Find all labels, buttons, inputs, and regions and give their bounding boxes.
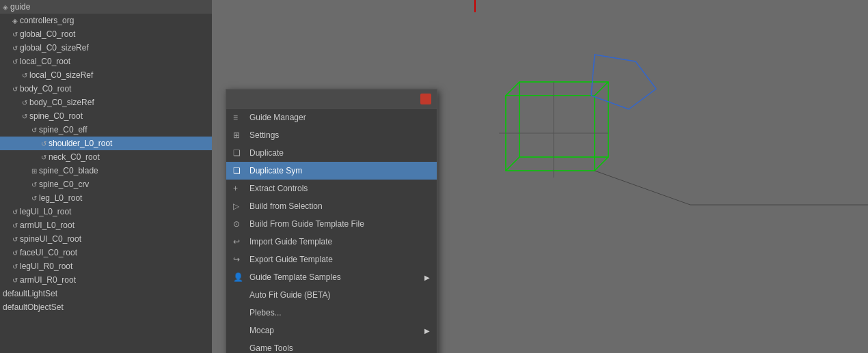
menu-item-label: Mocap bbox=[249, 326, 424, 335]
menu-item-import-guide-template[interactable]: ↩Import Guide Template bbox=[226, 233, 437, 251]
sidebar-item[interactable]: ↺neck_C0_root bbox=[0, 150, 212, 164]
sidebar-item-label: armUI_L0_root bbox=[20, 221, 74, 230]
sidebar-item[interactable]: ↺spine_C0_crv bbox=[0, 178, 212, 191]
tree-icon: ↺ bbox=[12, 31, 18, 38]
sidebar-item[interactable]: ↺spineUI_C0_root bbox=[0, 232, 212, 246]
tree-icon: ↺ bbox=[12, 58, 18, 66]
menu-item-mocap[interactable]: Mocap▶ bbox=[226, 322, 437, 339]
tree-icon: ↺ bbox=[22, 99, 27, 107]
tree-icon: ◈ bbox=[3, 3, 8, 11]
svg-line-5 bbox=[506, 157, 519, 171]
tree-icon: ↺ bbox=[12, 236, 18, 243]
tree-icon: ↺ bbox=[22, 113, 27, 120]
sidebar-item-label: spine_C0_blade bbox=[39, 166, 98, 175]
menu-item-export-guide-template[interactable]: ↪Export Guide Template bbox=[226, 251, 437, 268]
sidebar-item-label: shoulder_L0_root bbox=[49, 139, 112, 148]
menu-item-label: Guide Manager bbox=[249, 113, 430, 122]
sidebar-item[interactable]: ↺global_C0_root bbox=[0, 27, 212, 41]
menu-item-label: Import Guide Template bbox=[249, 237, 430, 246]
sidebar-item-label: legUI_L0_root bbox=[20, 207, 71, 216]
tree-icon: ⊞ bbox=[31, 167, 37, 175]
menu-item-settings[interactable]: ⊞Settings bbox=[226, 126, 437, 144]
sidebar-item[interactable]: defaultObjectSet bbox=[0, 300, 212, 314]
menu-item-label: Plebes... bbox=[249, 308, 430, 317]
menu-item-icon: ❏ bbox=[233, 166, 245, 175]
sidebar-item-label: legUI_R0_root bbox=[20, 262, 72, 271]
menu-item-game-tools[interactable]: Game Tools bbox=[226, 339, 437, 353]
sidebar-item-label: spine_C0_crv bbox=[39, 180, 89, 189]
menu-item-label: Duplicate Sym bbox=[249, 166, 430, 175]
sidebar-item-label: controllers_org bbox=[20, 16, 74, 25]
sidebar-item[interactable]: ↺local_C0_sizeRef bbox=[0, 68, 212, 82]
sidebar-item[interactable]: ↺body_C0_sizeRef bbox=[0, 96, 212, 109]
menu-item-icon: ≡ bbox=[233, 113, 245, 122]
menu-item-label: Build From Guide Template File bbox=[249, 219, 430, 229]
sidebar-item-label: local_C0_root bbox=[20, 57, 70, 66]
tree-icon: ↺ bbox=[12, 85, 18, 93]
tree-icon: ↺ bbox=[12, 208, 18, 216]
menu-item-duplicate-sym[interactable]: ❏Duplicate Sym bbox=[226, 162, 437, 180]
sidebar-item[interactable]: ↺local_C0_root bbox=[0, 55, 212, 68]
sidebar-item[interactable]: defaultLightSet bbox=[0, 287, 212, 300]
sidebar-item[interactable]: ↺legUI_L0_root bbox=[0, 205, 212, 218]
sidebar-item-label: body_C0_sizeRef bbox=[29, 98, 94, 107]
menu-item-label: Guide Template Samples bbox=[249, 272, 424, 282]
sidebar-item[interactable]: ↺spine_C0_eff bbox=[0, 123, 212, 137]
sidebar-item[interactable]: ↺spine_C0_root bbox=[0, 109, 212, 123]
sidebar-item[interactable]: ↺global_C0_sizeRef bbox=[0, 41, 212, 55]
menu-item-label: Game Tools bbox=[249, 343, 430, 353]
sidebar-item[interactable]: ↺armUI_R0_root bbox=[0, 273, 212, 287]
svg-line-3 bbox=[506, 82, 519, 96]
tree-icon: ↺ bbox=[22, 72, 27, 79]
tree-icon: ◈ bbox=[12, 17, 18, 25]
menu-item-build-from-selection[interactable]: ▷Build from Selection bbox=[226, 197, 437, 215]
tree-icon: ↺ bbox=[12, 44, 18, 52]
menu-item-guide-template-samples[interactable]: 👤Guide Template Samples▶ bbox=[226, 268, 437, 286]
sidebar-item[interactable]: ↺shoulder_L0_root bbox=[0, 137, 212, 150]
tree-icon: ↺ bbox=[12, 249, 18, 257]
sidebar-item[interactable]: ⊞spine_C0_blade bbox=[0, 164, 212, 178]
menu-item-plebes[interactable]: Plebes... bbox=[226, 304, 437, 322]
tree-icon: ↺ bbox=[12, 222, 18, 229]
submenu-arrow-icon: ▶ bbox=[424, 327, 430, 335]
sidebar-item[interactable]: ↺leg_L0_root bbox=[0, 191, 212, 205]
menu-item-guide-manager[interactable]: ≡Guide Manager bbox=[226, 109, 437, 126]
menu-item-auto-fit-guide-beta[interactable]: Auto Fit Guide (BETA) bbox=[226, 286, 437, 304]
sidebar-item-label: local_C0_sizeRef bbox=[29, 70, 93, 80]
sidebar-item[interactable]: ↺faceUI_C0_root bbox=[0, 246, 212, 259]
menu-item-build-from-guide-template-file[interactable]: ⊙Build From Guide Template File bbox=[226, 215, 437, 233]
main-viewport: ≡Guide Manager⊞Settings❏Duplicate❏Duplic… bbox=[212, 0, 868, 353]
menu-item-icon: 👤 bbox=[233, 272, 245, 282]
close-button[interactable] bbox=[420, 94, 431, 104]
sidebar-item[interactable]: ◈controllers_org bbox=[0, 14, 212, 27]
sidebar-item[interactable]: ↺body_C0_root bbox=[0, 82, 212, 96]
sidebar-item-label: spine_C0_root bbox=[29, 111, 83, 121]
sidebar-item-label: body_C0_root bbox=[20, 84, 71, 94]
tree-icon: ↺ bbox=[41, 140, 46, 147]
menu-item-icon: ↩ bbox=[233, 237, 245, 246]
dropdown-titlebar bbox=[226, 89, 437, 109]
submenu-arrow-icon: ▶ bbox=[424, 274, 430, 281]
shifter-dropdown: ≡Guide Manager⊞Settings❏Duplicate❏Duplic… bbox=[226, 89, 437, 353]
tree-icon: ↺ bbox=[41, 154, 46, 161]
menu-item-label: Auto Fit Guide (BETA) bbox=[249, 290, 430, 300]
menu-item-duplicate[interactable]: ❏Duplicate bbox=[226, 144, 437, 162]
sidebar-item-label: guide bbox=[10, 2, 30, 12]
tree-icon: ↺ bbox=[12, 263, 18, 270]
scene-outliner[interactable]: ◈guide◈controllers_org↺global_C0_root↺gl… bbox=[0, 0, 212, 353]
sidebar-item-label: spine_C0_eff bbox=[39, 125, 87, 135]
shifter-window: ≡Guide Manager⊞Settings❏Duplicate❏Duplic… bbox=[226, 89, 437, 353]
tree-icon: ↺ bbox=[31, 181, 37, 188]
menu-item-label: Build from Selection bbox=[249, 201, 430, 211]
sidebar-item[interactable]: ↺armUI_L0_root bbox=[0, 218, 212, 232]
menu-item-icon: ❏ bbox=[233, 148, 245, 158]
menu-item-label: Export Guide Template bbox=[249, 255, 430, 264]
tree-icon: ↺ bbox=[31, 126, 37, 134]
sidebar-item-label: defaultObjectSet bbox=[3, 302, 64, 312]
sidebar-item-label: faceUI_C0_root bbox=[20, 248, 77, 257]
menu-item-extract-controls[interactable]: +Extract Controls bbox=[226, 180, 437, 197]
sidebar-item-label: armUI_R0_root bbox=[20, 275, 76, 285]
sidebar-item[interactable]: ↺legUI_R0_root bbox=[0, 259, 212, 273]
menu-item-label: Settings bbox=[249, 130, 430, 140]
sidebar-item[interactable]: ◈guide bbox=[0, 0, 212, 14]
